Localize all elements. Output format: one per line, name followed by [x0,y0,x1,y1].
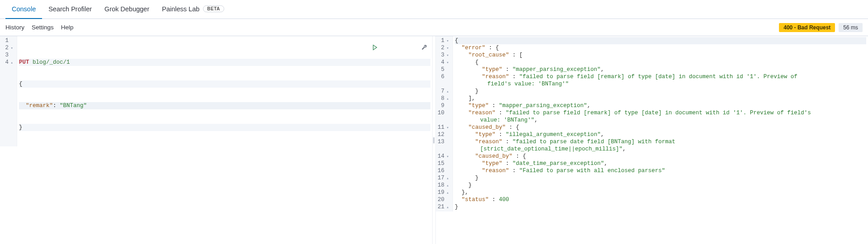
request-editor[interactable]: PUT blog/_doc/1 { "remark": "BNTang" } [17,36,432,146]
pane-divider[interactable]: ║ [432,36,436,244]
response-viewer[interactable]: { "error" : { "root_cause" : [ { "type" … [453,36,868,211]
code-line: } [455,182,866,189]
code-line[interactable]: { [19,80,430,88]
request-pane[interactable]: 12▾34▴ PUT blog/_doc/1 { "remark": "BNTa… [0,36,432,244]
code-line: "reason" : "Failed to parse with all enc… [455,167,866,174]
code-line: "reason" : "failed to parse field [remar… [455,73,866,88]
code-line: } [455,88,866,95]
console-workspace: 12▾34▴ PUT blog/_doc/1 { "remark": "BNTa… [0,36,868,244]
code-line: "type" : "illegal_argument_exception", [455,131,866,138]
dev-tools-tabs: Console Search Profiler Grok Debugger Pa… [0,0,868,19]
code-line: "error" : { [455,44,866,52]
code-line: "caused_by" : { [455,153,866,160]
response-gutter: 1▾2▾3▾4▾56 7▴8▴910 11▾1213 14▾151617▴18▴… [436,36,453,211]
code-line: ], [455,95,866,102]
history-link[interactable]: History [5,24,24,31]
code-line: "root_cause" : [ [455,52,866,59]
tab-painless-lab[interactable]: Painless Lab BETA [156,0,231,19]
response-time-badge: 56 ms [839,23,863,32]
tab-console[interactable]: Console [5,0,42,19]
code-line: "reason" : "failed to parse date field [… [455,138,866,153]
request-actions [331,37,428,60]
code-line: "reason" : "failed to parse field [remar… [455,109,866,124]
code-line: "status" : 400 [455,196,866,203]
tab-grok-debugger[interactable]: Grok Debugger [98,0,156,19]
settings-link[interactable]: Settings [32,24,54,31]
request-gutter: 12▾34▴ [0,36,17,146]
code-line: } [455,203,866,211]
console-toolbar: History Settings Help 400 - Bad Request … [0,19,868,36]
code-line: "type" : "mapper_parsing_exception", [455,102,866,109]
status-badge: 400 - Bad Request [779,23,835,32]
response-pane[interactable]: 1▾2▾3▾4▾56 7▴8▴910 11▾1213 14▾151617▴18▴… [436,36,868,244]
play-icon[interactable] [331,37,378,60]
code-line: "type" : "mapper_parsing_exception", [455,66,866,73]
code-line: { [455,59,866,66]
help-link[interactable]: Help [61,24,74,31]
code-line[interactable]: "remark": "BNTang" [19,102,430,109]
code-line: }, [455,189,866,196]
code-line: "type" : "date_time_parse_exception", [455,160,866,167]
tab-search-profiler[interactable]: Search Profiler [42,0,98,19]
beta-badge: BETA [203,5,224,12]
wrench-icon[interactable] [381,37,428,60]
code-line: } [455,174,866,182]
code-line[interactable]: } [19,124,430,131]
code-line: { [455,37,866,44]
code-line: "caused_by" : { [455,124,866,131]
